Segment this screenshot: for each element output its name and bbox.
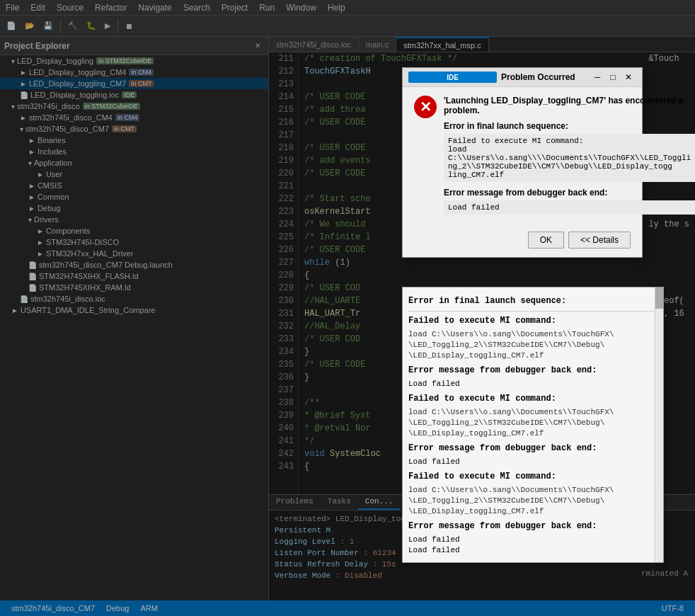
dialog-minimize-btn[interactable]: ─ — [590, 71, 605, 84]
err-body-2: Load failed — [408, 379, 657, 389]
scrollbar[interactable] — [655, 287, 663, 562]
dialog-error-detail2: Load failed — [444, 200, 695, 215]
sep-line-1 — [408, 311, 657, 312]
err-body-1: load C:\\Users\\o.sang\\Documents\\Touch… — [408, 329, 657, 361]
err-body-3: load C:\\Users\\o.sang\\Documents\\Touch… — [408, 407, 657, 439]
dialog-error-detail1: Failed to execute MI command: load C:\\U… — [444, 134, 695, 182]
dialog-error-section1: Error in final launch sequence: — [444, 121, 695, 131]
dialog-error-row: ✕ 'Launching LED_Display_toggling_CM7' h… — [414, 96, 631, 217]
dialog-maximize-btn[interactable]: □ — [605, 71, 621, 84]
dialog-buttons: OK << Details — [403, 226, 642, 257]
err-section-2: Error message from debugger back end: — [408, 365, 657, 376]
err-section-1: Failed to execute MI command: — [408, 316, 657, 326]
dialog-ok-btn[interactable]: OK — [528, 232, 564, 249]
dialog-details-btn[interactable]: << Details — [568, 232, 631, 249]
dialog-title-bar: IDE Problem Occurred ─ □ ✕ — [403, 68, 642, 87]
problem-dialog: IDE Problem Occurred ─ □ ✕ ✕ 'Launching … — [402, 67, 643, 258]
dialog-title-label: Problem Occurred — [501, 72, 590, 82]
err-section-6: Error message from debugger back end: — [408, 521, 657, 532]
error-log-content[interactable]: Error in final launch sequence: Failed t… — [403, 287, 663, 562]
err-body-5: load C:\\Users\\o.sang\\Documents\\Touch… — [408, 485, 657, 517]
error-log-panel: Error in final launch sequence: Failed t… — [402, 287, 664, 563]
dialog-ide-icon: IDE — [408, 72, 497, 83]
dialog-error-section2: Error message from debugger back end: — [444, 188, 695, 198]
err-section-5: Failed to execute MI command: — [408, 472, 657, 482]
err-section-3: Failed to execute MI command: — [408, 394, 657, 404]
dialog-message: 'Launching LED_Display_toggling_CM7' has… — [444, 96, 695, 217]
dialog-main-message: 'Launching LED_Display_toggling_CM7' has… — [444, 96, 695, 115]
err-section-4: Error message from debugger back end: — [408, 443, 657, 454]
scroll-thumb[interactable] — [655, 287, 663, 309]
dialog-body: ✕ 'Launching LED_Display_toggling_CM7' h… — [403, 87, 642, 226]
err-body-4: Load failed — [408, 457, 657, 467]
dialog-close-btn[interactable]: ✕ — [621, 71, 636, 84]
error-icon: ✕ — [414, 96, 437, 118]
err-body-6: Load failedLoad failed — [408, 535, 657, 556]
error-log-title: Error in final launch sequence: — [408, 296, 657, 307]
